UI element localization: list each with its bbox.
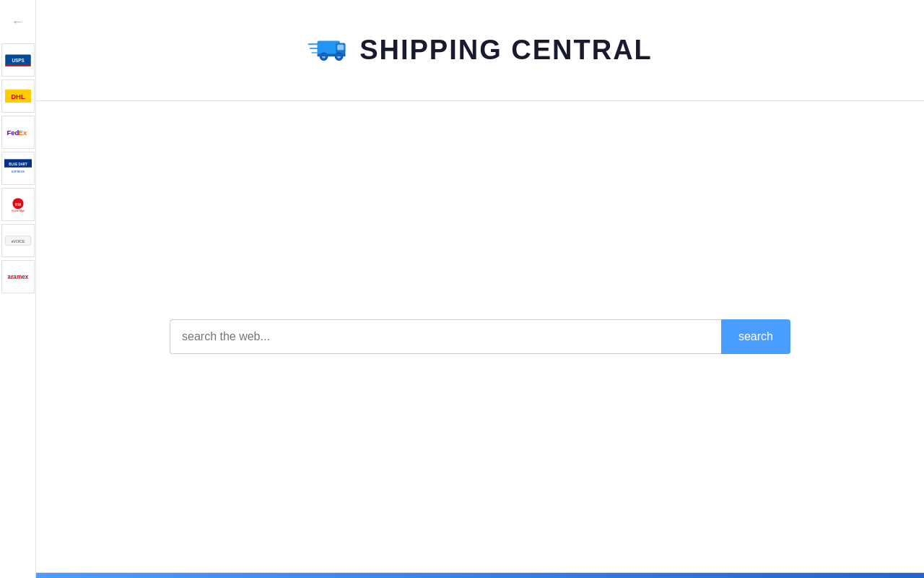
dhl-logo-icon: DHL [4,90,32,103]
svg-rect-27 [337,44,344,50]
svg-text:BLUE DART: BLUE DART [9,163,27,166]
sidebar-item-aramex[interactable]: aramex [1,260,35,293]
search-button[interactable]: search [721,319,790,354]
sidebar-item-blue-dart[interactable]: BLUE DART EXPRESS [1,152,35,185]
search-input[interactable] [170,319,721,354]
sidebar-item-royal-mail[interactable]: RM Royal Mail [1,188,35,221]
svg-text:Fed: Fed [6,129,19,137]
svg-rect-32 [318,53,346,56]
svg-text:RM: RM [15,202,21,207]
svg-text:DHL: DHL [11,92,25,100]
sidebar: ← USPS DHL Fed Ex BLUE DART EXPRESS [0,0,36,578]
svg-text:USPS: USPS [12,58,24,63]
svg-text:Royal Mail: Royal Mail [12,210,25,212]
svg-text:aramex: aramex [7,274,28,280]
truck-logo-icon [308,33,351,69]
main-area: SHIPPING CENTRAL search [36,0,924,578]
sidebar-item-fedex[interactable]: Fed Ex [1,116,35,149]
blue-dart-logo-icon: BLUE DART EXPRESS [4,158,32,178]
footer-bar [36,572,924,578]
svg-rect-3 [5,64,30,66]
sidebar-item-usps[interactable]: USPS [1,43,35,77]
royal-mail-logo-icon: RM Royal Mail [4,194,32,215]
back-button[interactable]: ← [4,7,32,36]
back-arrow-icon: ← [12,14,25,30]
header: SHIPPING CENTRAL [36,0,924,101]
aramex-logo-icon: aramex [4,267,32,287]
sidebar-item-dhl[interactable]: DHL [1,79,35,113]
usps-logo-icon: USPS [4,50,32,70]
svg-text:eVOICE: eVOICE [11,239,25,243]
search-bar-container: search [170,319,790,354]
logo-container: SHIPPING CENTRAL [308,33,653,69]
content-area: search [36,101,924,572]
sidebar-item-skyvoice[interactable]: eVOICE [1,224,35,257]
svg-text:Ex: Ex [18,129,27,137]
svg-text:EXPRESS: EXPRESS [12,171,25,173]
fedex-logo-icon: Fed Ex [4,126,32,139]
skyvoice-logo-icon: eVOICE [4,230,32,251]
site-title: SHIPPING CENTRAL [359,35,653,66]
